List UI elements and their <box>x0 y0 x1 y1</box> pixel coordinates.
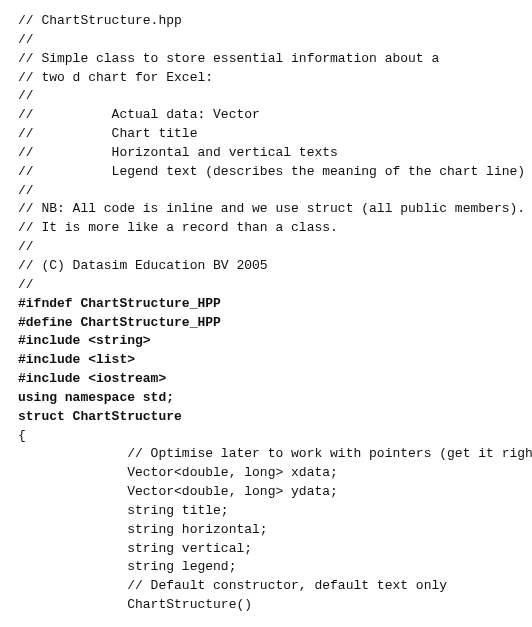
code-line: // Chart title <box>18 125 514 144</box>
code-line: string title; <box>18 502 514 521</box>
code-line: // NB: All code is inline and we use str… <box>18 200 514 219</box>
code-line: // Horizontal and vertical texts <box>18 144 514 163</box>
code-line: Vector<double, long> ydata; <box>18 483 514 502</box>
code-line: string legend; <box>18 558 514 577</box>
code-line: // two d chart for Excel: <box>18 69 514 88</box>
code-line: ChartStructure() <box>18 596 514 615</box>
code-line: { <box>18 427 514 446</box>
code-line: // ChartStructure.hpp <box>18 12 514 31</box>
code-line: // Simple class to store essential infor… <box>18 50 514 69</box>
code-line: string horizontal; <box>18 521 514 540</box>
code-line: // <box>18 31 514 50</box>
code-line: #include <string> <box>18 332 514 351</box>
code-line: #include <list> <box>18 351 514 370</box>
code-line: #ifndef ChartStructure_HPP <box>18 295 514 314</box>
code-line: using namespace std; <box>18 389 514 408</box>
code-line: Vector<double, long> xdata; <box>18 464 514 483</box>
code-line: // <box>18 87 514 106</box>
code-line: #include <iostream> <box>18 370 514 389</box>
code-line: struct ChartStructure <box>18 408 514 427</box>
code-line: #define ChartStructure_HPP <box>18 314 514 333</box>
code-line: // Actual data: Vector <box>18 106 514 125</box>
code-line: // Optimise later to work with pointers … <box>18 445 514 464</box>
code-block: // ChartStructure.hpp//// Simple class t… <box>18 12 514 615</box>
code-line: // It is more like a record than a class… <box>18 219 514 238</box>
code-line: // <box>18 276 514 295</box>
code-line: // Legend text (describes the meaning of… <box>18 163 514 182</box>
code-line: // <box>18 182 514 201</box>
code-line: string vertical; <box>18 540 514 559</box>
code-line: // <box>18 238 514 257</box>
code-line: // (C) Datasim Education BV 2005 <box>18 257 514 276</box>
code-line: // Default constructor, default text onl… <box>18 577 514 596</box>
